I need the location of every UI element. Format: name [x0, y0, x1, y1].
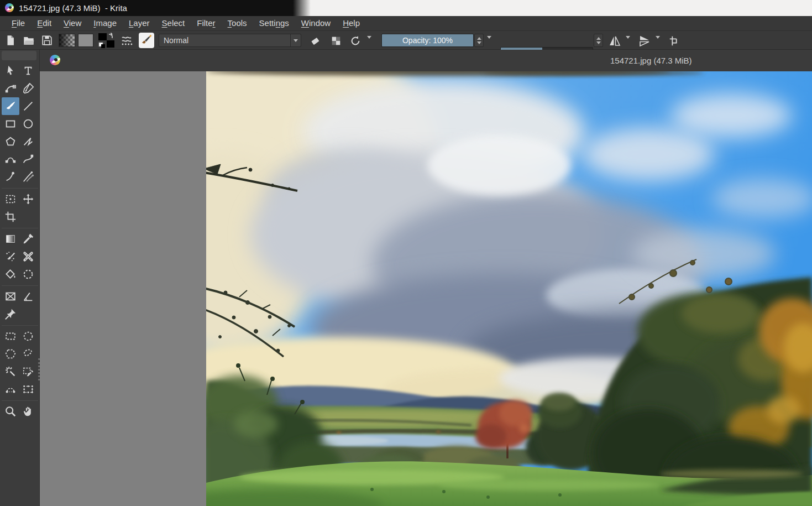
crop-icon: [4, 211, 17, 223]
tool-text[interactable]: [19, 62, 37, 80]
bezier-curve-icon: [4, 153, 17, 165]
tool-freehand-brush[interactable]: [2, 97, 19, 115]
tool-enclose-fill[interactable]: [19, 265, 37, 283]
tool-ellipse-select[interactable]: [19, 327, 37, 345]
toolbox-empty-cell: [19, 208, 37, 226]
combo-dropdown-zone[interactable]: [290, 34, 301, 46]
tool-similar-select[interactable]: [19, 363, 37, 380]
dynamic-brush-icon: [4, 171, 17, 183]
reload-dropdown[interactable]: [367, 39, 371, 49]
freehand-path-icon: [22, 153, 34, 165]
tool-bezier-curve[interactable]: [2, 150, 19, 168]
tool-calligraphy[interactable]: [19, 80, 37, 97]
new-document-button[interactable]: [4, 34, 17, 47]
reload-icon: [349, 35, 362, 47]
tool-crop[interactable]: [2, 208, 19, 226]
tool-rectangle[interactable]: [2, 115, 19, 133]
mirror-horizontal-dropdown[interactable]: [626, 39, 630, 49]
menu-edit[interactable]: Edit: [31, 16, 57, 30]
tool-select-shapes[interactable]: [2, 62, 19, 80]
tool-pan[interactable]: [19, 403, 37, 420]
canvas-area[interactable]: [40, 71, 812, 506]
size-spinbox[interactable]: [594, 34, 603, 47]
mirror-vertical-button[interactable]: [638, 34, 651, 48]
tool-dynamic-brush[interactable]: [2, 168, 19, 186]
tool-reference-images[interactable]: [2, 305, 19, 323]
tool-bezier-select[interactable]: [2, 380, 19, 398]
menu-layer[interactable]: Layer: [123, 16, 156, 30]
document-tab-bar: 154721.jpg (47.3 MiB): [40, 50, 812, 71]
tool-ellipse[interactable]: [19, 115, 37, 133]
eraser-mode-button[interactable]: [308, 34, 322, 48]
rectangle-icon: [4, 118, 17, 130]
wrap-around-button[interactable]: [668, 34, 681, 48]
preserve-alpha-icon: [330, 35, 342, 47]
krita-window: 154721.jpg (47.3 MiB) - Krita FileEditVi…: [0, 0, 812, 506]
blending-mode-value: Normal: [164, 36, 188, 45]
menu-select[interactable]: Select: [156, 16, 191, 30]
opacity-dropdown[interactable]: [487, 39, 491, 49]
reference-images-icon: [4, 308, 17, 320]
toolbox-grid: [2, 62, 38, 420]
menu-settings[interactable]: Settings: [253, 16, 295, 30]
tool-gradient[interactable]: [2, 230, 19, 248]
blending-mode-combobox[interactable]: Normal: [159, 34, 301, 47]
reload-preset-button[interactable]: [349, 34, 362, 48]
tool-edit-shapes[interactable]: [2, 80, 19, 97]
tool-assistants[interactable]: [2, 288, 19, 305]
mirror-vertical-dropdown[interactable]: [656, 39, 660, 49]
mirror-horizontal-button[interactable]: [608, 34, 621, 48]
wrap-around-icon: [668, 35, 680, 47]
menu-view[interactable]: View: [57, 16, 87, 30]
tool-colorize-mask[interactable]: [2, 248, 19, 265]
title-bar: 154721.jpg (47.3 MiB) - Krita: [0, 0, 812, 16]
tool-freehand-select[interactable]: [19, 345, 37, 363]
menu-window[interactable]: Window: [295, 16, 337, 30]
tool-move[interactable]: [19, 190, 37, 208]
move-icon: [22, 193, 34, 205]
spin-down-icon: [596, 41, 601, 44]
menu-file[interactable]: File: [6, 16, 31, 30]
preserve-alpha-button[interactable]: [329, 34, 343, 48]
polygon-icon: [4, 135, 17, 148]
window-title: 154721.jpg (47.3 MiB) - Krita: [19, 0, 127, 16]
opacity-spinbox[interactable]: [474, 34, 484, 47]
select-shapes-icon: [4, 65, 17, 77]
color-sampler-icon: [22, 233, 34, 245]
tool-rect-select[interactable]: [2, 327, 19, 345]
tool-smart-patch[interactable]: [19, 248, 37, 265]
tool-measure[interactable]: [19, 288, 37, 305]
tool-polygon-select[interactable]: [2, 345, 19, 363]
tool-polygon[interactable]: [2, 133, 19, 150]
main-toolbar: Normal Opacity: 100%: [0, 31, 812, 50]
brush-presets-button[interactable]: [121, 34, 134, 47]
mirror-horizontal-icon: [608, 34, 621, 48]
pattern-chooser[interactable]: [78, 34, 93, 47]
toolbox-drag-handle[interactable]: [2, 51, 36, 60]
foreground-background-colors[interactable]: [98, 33, 116, 48]
tool-polyline[interactable]: [19, 133, 37, 150]
menu-tools[interactable]: Tools: [222, 16, 253, 30]
tool-transform[interactable]: [2, 190, 19, 208]
ellipse-select-icon: [22, 330, 34, 342]
tool-fill[interactable]: [2, 265, 19, 283]
main-area: 154721.jpg (47.3 MiB): [0, 50, 812, 506]
save-document-button[interactable]: [40, 34, 54, 47]
menu-help[interactable]: Help: [337, 16, 366, 30]
tool-magnetic-select[interactable]: [19, 380, 37, 398]
tool-color-sampler[interactable]: [19, 230, 37, 248]
tool-zoom[interactable]: [2, 403, 19, 420]
menu-filter[interactable]: Filter: [191, 16, 221, 30]
gradient-chooser[interactable]: [59, 34, 75, 47]
brush-editor-button[interactable]: [139, 33, 154, 48]
tool-line[interactable]: [19, 97, 37, 115]
tool-freehand-path[interactable]: [19, 150, 37, 168]
tool-multibrush[interactable]: [19, 168, 37, 186]
canvas-image[interactable]: [206, 71, 812, 506]
freehand-brush-icon: [4, 100, 17, 112]
opacity-slider[interactable]: Opacity: 100%: [381, 34, 474, 47]
zoom-icon: [4, 405, 17, 418]
tool-contiguous-select[interactable]: [2, 363, 19, 380]
open-document-button[interactable]: [22, 34, 35, 47]
menu-image[interactable]: Image: [87, 16, 123, 30]
